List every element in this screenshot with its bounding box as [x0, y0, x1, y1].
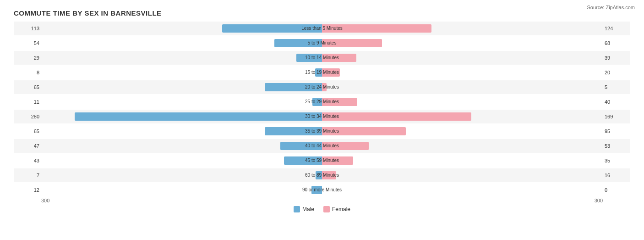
axis-left: 300	[41, 198, 49, 203]
center-container: 35 to 39 Minutes	[41, 126, 603, 136]
female-value: 40	[603, 99, 630, 105]
female-value: 39	[603, 55, 630, 61]
row-label: 90 or more Minutes	[302, 187, 342, 193]
row-label: 20 to 24 Minutes	[305, 84, 339, 90]
chart-row: 4740 to 44 Minutes53	[14, 139, 630, 153]
row-label: 60 to 89 Minutes	[305, 172, 339, 179]
bars-center: Less than 5 Minutes	[41, 22, 603, 35]
male-value: 54	[14, 40, 41, 46]
female-value: 16	[603, 173, 630, 178]
row-label: 45 to 59 Minutes	[305, 157, 339, 164]
row-label: 35 to 39 Minutes	[305, 128, 339, 134]
axis-right: 300	[595, 198, 603, 203]
male-value: 113	[14, 26, 41, 31]
row-label: 15 to 19 Minutes	[305, 69, 339, 76]
bars-center: 25 to 29 Minutes	[41, 95, 603, 109]
chart-title: COMMUTE TIME BY SEX IN BARNESVILLE	[14, 9, 630, 17]
male-bar	[75, 112, 322, 121]
chart-row: 815 to 19 Minutes20	[14, 66, 630, 79]
female-value: 124	[603, 26, 630, 31]
chart-rows: 113Less than 5 Minutes124545 to 9 Minute…	[14, 22, 630, 197]
female-value: 0	[603, 187, 630, 193]
center-container: 90 or more Minutes	[41, 185, 603, 195]
chart-container: COMMUTE TIME BY SEX IN BARNESVILLE Sourc…	[0, 0, 644, 240]
chart-row: 545 to 9 Minutes68	[14, 36, 630, 50]
female-swatch	[323, 206, 330, 212]
female-value: 53	[603, 143, 630, 149]
female-value: 95	[603, 128, 630, 134]
male-value: 280	[14, 114, 41, 119]
row-label: 30 to 34 Minutes	[305, 113, 339, 120]
bars-center: 15 to 19 Minutes	[41, 66, 603, 79]
bars-center: 10 to 14 Minutes	[41, 51, 603, 65]
center-container: 20 to 24 Minutes	[41, 82, 603, 92]
chart-row: 6535 to 39 Minutes95	[14, 124, 630, 138]
female-value: 169	[603, 114, 630, 119]
legend: Male Female	[14, 206, 630, 212]
center-container: 15 to 19 Minutes	[41, 67, 603, 78]
center-container: 10 to 14 Minutes	[41, 53, 603, 63]
center-container: 60 to 89 Minutes	[41, 170, 603, 180]
source-label: Source: ZipAtlas.com	[587, 5, 635, 10]
male-value: 11	[14, 99, 41, 105]
chart-row: 1125 to 29 Minutes40	[14, 95, 630, 109]
bars-center: 45 to 59 Minutes	[41, 154, 603, 167]
male-label: Male	[302, 206, 314, 212]
center-container: 40 to 44 Minutes	[41, 141, 603, 151]
chart-row: 760 to 89 Minutes16	[14, 168, 630, 182]
chart-row: 6520 to 24 Minutes5	[14, 80, 630, 94]
axis-labels: 300 300	[14, 198, 630, 203]
male-value: 12	[14, 187, 41, 193]
chart-row: 113Less than 5 Minutes124	[14, 22, 630, 35]
chart-row: 2910 to 14 Minutes39	[14, 51, 630, 65]
female-value: 35	[603, 158, 630, 163]
legend-female: Female	[323, 206, 350, 212]
center-container: 45 to 59 Minutes	[41, 156, 603, 166]
row-label: 40 to 44 Minutes	[305, 143, 339, 149]
center-container: Less than 5 Minutes	[41, 23, 603, 33]
female-bar	[322, 112, 471, 121]
female-value: 5	[603, 84, 630, 90]
legend-male: Male	[294, 206, 314, 212]
female-value: 20	[603, 70, 630, 75]
male-value: 8	[14, 70, 41, 75]
center-container: 30 to 34 Minutes	[41, 112, 603, 122]
bars-center: 60 to 89 Minutes	[41, 168, 603, 182]
bars-center: 5 to 9 Minutes	[41, 36, 603, 50]
bars-center: 20 to 24 Minutes	[41, 80, 603, 94]
chart-row: 4345 to 59 Minutes35	[14, 154, 630, 167]
chart-row: 1290 or more Minutes0	[14, 183, 630, 197]
male-value: 29	[14, 55, 41, 61]
chart-row: 28030 to 34 Minutes169	[14, 110, 630, 123]
row-label: Less than 5 Minutes	[301, 25, 343, 32]
male-value: 7	[14, 173, 41, 178]
row-label: 25 to 29 Minutes	[305, 99, 339, 105]
center-container: 5 to 9 Minutes	[41, 38, 603, 48]
male-value: 47	[14, 143, 41, 149]
row-label: 10 to 14 Minutes	[305, 55, 339, 61]
female-value: 68	[603, 40, 630, 46]
bars-center: 30 to 34 Minutes	[41, 110, 603, 123]
male-value: 65	[14, 84, 41, 90]
bars-center: 90 or more Minutes	[41, 183, 603, 197]
row-label: 5 to 9 Minutes	[308, 40, 337, 46]
bars-center: 35 to 39 Minutes	[41, 124, 603, 138]
male-value: 43	[14, 158, 41, 163]
male-swatch	[294, 206, 300, 212]
center-container: 25 to 29 Minutes	[41, 97, 603, 107]
bars-center: 40 to 44 Minutes	[41, 139, 603, 153]
female-label: Female	[332, 206, 350, 212]
male-value: 65	[14, 128, 41, 134]
